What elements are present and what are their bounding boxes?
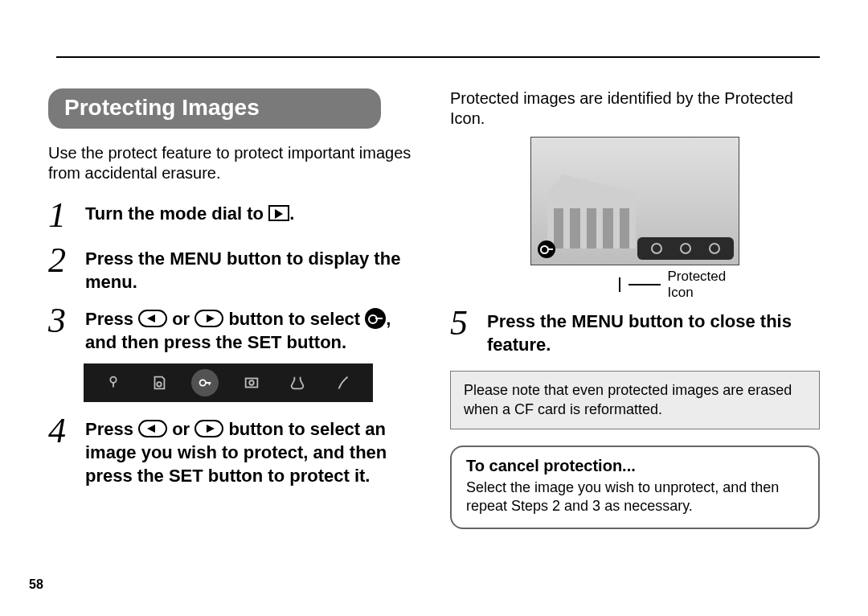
- s4-p2: or: [167, 419, 194, 439]
- s3-p3: button to select: [223, 309, 365, 329]
- step-number: 4: [48, 413, 76, 449]
- step-body: Press or button to select an image you w…: [85, 413, 418, 487]
- page-number: 58: [29, 577, 43, 592]
- protected-key-overlay-icon: [538, 240, 555, 258]
- step-5: 5 Press the MENU button to close this fe…: [450, 306, 820, 356]
- left-column: Protecting Images Use the protect featur…: [48, 88, 418, 529]
- playback-mode-icon: [268, 205, 289, 221]
- step-2: 2 Press the MENU button to display the m…: [48, 243, 418, 294]
- step-4: 4 Press or button to select an image you…: [48, 413, 418, 487]
- step-1: 1 Turn the mode dial to .: [48, 198, 418, 233]
- menu-item-2-icon: [145, 369, 173, 396]
- step-body: Press or button to select , and then pre…: [85, 303, 418, 354]
- step-body: Press the MENU button to display the men…: [85, 243, 418, 294]
- example-photo: [530, 137, 739, 265]
- top-rule: [56, 56, 820, 58]
- left-arrow-button-icon: [138, 310, 167, 327]
- callout-line-v: [619, 277, 620, 292]
- right-arrow-button-icon: [194, 420, 223, 437]
- tip-title: To cancel protection...: [466, 457, 804, 475]
- step-body: Turn the mode dial to .: [85, 198, 294, 226]
- callout-pointer: Protected Icon: [530, 269, 739, 301]
- step-number: 1: [48, 198, 76, 233]
- callout-line-h: [628, 284, 661, 285]
- protected-icon-label: Protected Icon: [667, 269, 739, 301]
- camera-menu-strip: [84, 363, 373, 402]
- step-body: Press the MENU button to close this feat…: [487, 306, 820, 356]
- menu-item-1-icon: [100, 369, 127, 396]
- svg-point-0: [110, 377, 116, 383]
- tip-box: To cancel protection... Select the image…: [450, 446, 820, 529]
- protect-key-icon: [365, 308, 386, 329]
- s4-p1: Press: [85, 419, 138, 439]
- menu-item-5-icon: [284, 369, 311, 396]
- menu-item-4-icon: [238, 369, 265, 396]
- step1-pre: Turn the mode dial to: [85, 203, 268, 224]
- s3-p2: or: [167, 309, 194, 329]
- menu-item-6-icon: [330, 369, 357, 396]
- step-number: 5: [450, 306, 477, 341]
- svg-rect-3: [245, 379, 257, 388]
- svg-point-4: [249, 381, 254, 386]
- svg-point-2: [200, 380, 206, 386]
- step-number: 2: [48, 243, 76, 278]
- manual-page: Protecting Images Use the protect featur…: [0, 0, 868, 616]
- right-intro-text: Protected images are identified by the P…: [450, 88, 820, 129]
- tip-body: Select the image you wish to unprotect, …: [466, 478, 804, 516]
- section-header: Protecting Images: [48, 88, 381, 129]
- left-arrow-button-icon: [138, 420, 167, 437]
- menu-item-protect-icon: [191, 369, 219, 396]
- photo-status-badge: [637, 237, 734, 260]
- s3-p1: Press: [85, 309, 138, 329]
- right-column: Protected images are identified by the P…: [450, 88, 820, 529]
- right-arrow-button-icon: [194, 310, 223, 327]
- step1-post: .: [289, 203, 294, 224]
- svg-point-1: [157, 382, 162, 387]
- two-column-layout: Protecting Images Use the protect featur…: [48, 88, 820, 529]
- note-box: Please note that even protected images a…: [450, 371, 820, 429]
- intro-text: Use the protect feature to protect impor…: [48, 143, 418, 183]
- step-number: 3: [48, 303, 76, 339]
- step-3: 3 Press or button to select , and then p…: [48, 303, 418, 354]
- photo-columns-shape: [554, 208, 629, 248]
